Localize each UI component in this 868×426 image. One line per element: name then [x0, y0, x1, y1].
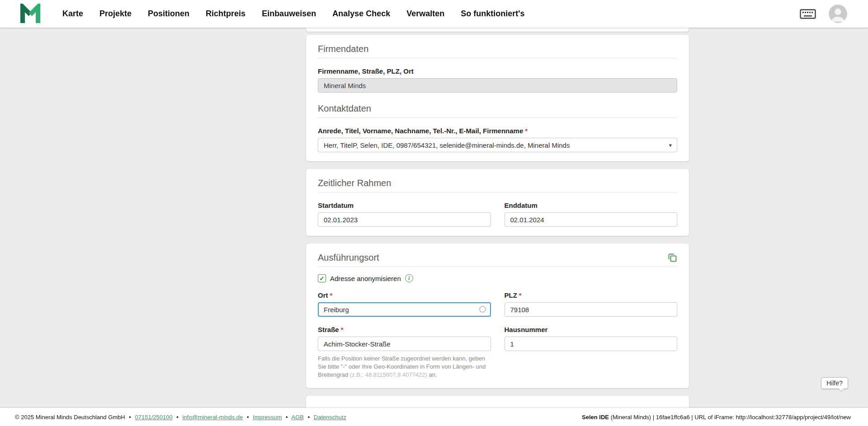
plz-label: PLZ: [505, 291, 517, 299]
divider: [318, 267, 677, 267]
firmenname-label: Firmenname, Straße, PLZ, Ort: [318, 67, 414, 75]
ort-field: Ort*: [318, 282, 491, 317]
ausfuehrungsort-title: Ausführungsort: [318, 253, 379, 262]
keyboard-icon[interactable]: [800, 8, 816, 20]
divider: [318, 117, 677, 118]
footer-link-datenschutz[interactable]: Datenschutz: [314, 414, 346, 421]
required-asterisk: *: [341, 326, 344, 333]
firmenname-input: [318, 78, 677, 93]
footer-debug-info: Selen IDE (Mineral Minds) | 16fae1ffc6a6…: [582, 414, 851, 421]
anonymize-label: Adresse anonymisieren: [330, 275, 401, 282]
help-button[interactable]: Hilfe?: [821, 377, 848, 389]
nav-item-verwalten[interactable]: Verwalten: [406, 9, 444, 19]
kontakt-select-value: Herr, TitelP, Selen, IDE, 0987/654321, s…: [324, 141, 570, 149]
plz-input[interactable]: [505, 302, 678, 317]
navbar-actions: [800, 5, 847, 23]
mineral-minds-logo[interactable]: [19, 4, 42, 24]
startdatum-input[interactable]: [318, 212, 491, 227]
hint-text-end: an.: [427, 371, 437, 378]
firmenname-label-row: Firmenname, Straße, PLZ, Ort: [318, 67, 677, 75]
hint-example: (z.B.: 48.8115607,9.4077422): [350, 371, 427, 378]
startdatum-label: Startdatum: [318, 201, 491, 209]
hausnummer-input[interactable]: [505, 337, 678, 351]
card-partial-bottom: [306, 396, 689, 408]
top-navbar: Karte Projekte Positionen Richtpreis Ein…: [0, 0, 868, 28]
ort-label-row: Ort*: [318, 291, 491, 299]
main-nav: Karte Projekte Positionen Richtpreis Ein…: [62, 9, 525, 19]
nav-item-richtpreis[interactable]: Richtpreis: [206, 9, 245, 19]
check-icon: ✓: [320, 276, 325, 281]
hausnummer-field: Hausnummer: [505, 317, 678, 351]
footer-copyright: © 2025 Mineral Minds Deutschland GmbH: [15, 414, 125, 421]
firmendaten-title: Firmendaten: [318, 44, 677, 54]
footer-link-phone[interactable]: 07151/250100: [135, 414, 173, 421]
footer-app-name: Selen IDE: [582, 414, 609, 421]
footer-link-agb[interactable]: AGB: [292, 414, 304, 421]
footer-separator: •: [176, 414, 179, 421]
strasse-input[interactable]: [318, 337, 491, 351]
enddatum-field: Enddatum: [505, 192, 678, 227]
ort-input[interactable]: [318, 302, 491, 317]
content-area: Firmendaten Firmenname, Straße, PLZ, Ort…: [0, 28, 868, 408]
zeitraum-title: Zeitlicher Rahmen: [318, 178, 677, 188]
nav-item-positionen[interactable]: Positionen: [148, 9, 189, 19]
user-avatar[interactable]: [829, 5, 847, 23]
footer-separator: •: [247, 414, 249, 421]
ausfuehrungsort-card: Ausführungsort ✓ Adresse anonymisieren i: [306, 243, 689, 388]
nav-item-so-funktionierts[interactable]: So funktioniert's: [461, 9, 524, 19]
enddatum-input[interactable]: [505, 212, 678, 227]
footer-link-email[interactable]: info@mineral-minds.de: [182, 414, 243, 421]
hausnummer-label: Hausnummer: [505, 326, 678, 333]
nav-item-karte[interactable]: Karte: [62, 9, 83, 19]
required-asterisk: *: [519, 291, 522, 299]
card-partial-top: [306, 28, 689, 32]
copy-icon[interactable]: [667, 253, 677, 262]
chevron-down-icon: ▾: [669, 142, 672, 149]
kontakt-label: Anrede, Titel, Vorname, Nachname, Tel.-N…: [318, 127, 523, 135]
strasse-hint: Falls die Position keiner Straße zugeord…: [318, 355, 487, 379]
strasse-label-row: Straße*: [318, 326, 491, 333]
required-asterisk: *: [525, 127, 528, 135]
form-column: Firmendaten Firmenname, Straße, PLZ, Ort…: [306, 28, 689, 408]
anonymize-checkbox[interactable]: ✓: [318, 274, 326, 282]
divider: [318, 58, 677, 58]
kontaktdaten-title: Kontaktdaten: [318, 103, 677, 113]
ort-label: Ort: [318, 291, 328, 299]
plz-label-row: PLZ*: [505, 291, 678, 299]
strasse-label: Straße: [318, 326, 339, 333]
startdatum-field: Startdatum: [318, 192, 491, 227]
nav-item-analyse-check[interactable]: Analyse Check: [332, 9, 390, 19]
info-icon[interactable]: i: [405, 274, 413, 282]
nav-item-einbauweisen[interactable]: Einbauweisen: [262, 9, 316, 19]
firmendaten-card: Firmendaten Firmenname, Straße, PLZ, Ort…: [306, 35, 689, 161]
enddatum-label: Enddatum: [505, 201, 678, 209]
footer-debug-text: (Mineral Minds) | 16fae1ffc6a6 | URL of …: [611, 414, 851, 421]
kontakt-select[interactable]: Herr, TitelP, Selen, IDE, 0987/654321, s…: [318, 138, 677, 152]
strasse-field: Straße*: [318, 317, 491, 351]
footer-link-impressum[interactable]: Impressum: [253, 414, 282, 421]
zeitraum-card: Zeitlicher Rahmen Startdatum Enddatum: [306, 169, 689, 236]
kontakt-label-row: Anrede, Titel, Vorname, Nachname, Tel.-N…: [318, 127, 677, 135]
footer-separator: •: [129, 414, 131, 421]
footer-separator: •: [308, 414, 310, 421]
footer: © 2025 Mineral Minds Deutschland GmbH • …: [0, 408, 868, 426]
footer-separator: •: [286, 414, 288, 421]
required-asterisk: *: [330, 291, 333, 299]
footer-legal: © 2025 Mineral Minds Deutschland GmbH • …: [15, 414, 346, 421]
nav-item-projekte[interactable]: Projekte: [99, 9, 132, 19]
loading-spinner-icon: [479, 306, 486, 313]
plz-field: PLZ*: [505, 282, 678, 317]
